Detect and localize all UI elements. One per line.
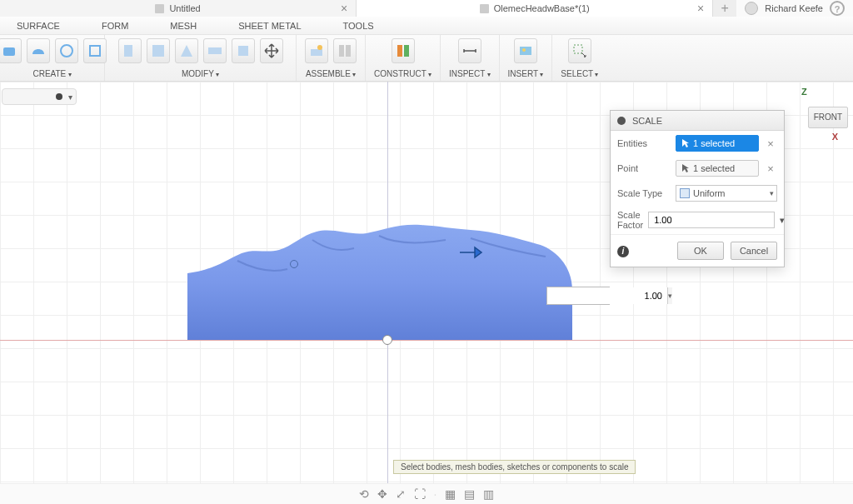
- display-settings-icon[interactable]: ▦: [445, 487, 456, 501]
- center-grip-icon[interactable]: [382, 335, 392, 345]
- user-name: Richard Keefe: [765, 3, 823, 13]
- group-create-label[interactable]: CREATE: [32, 69, 71, 78]
- viewport-scale-field[interactable]: [547, 287, 667, 304]
- svg-rect-16: [574, 45, 582, 53]
- inspect-tool[interactable]: [458, 38, 481, 63]
- viewport-scale-dropdown[interactable]: ▾: [667, 287, 672, 304]
- svg-point-9: [317, 45, 322, 50]
- group-construct-label[interactable]: CONSTRUCT: [374, 69, 431, 78]
- svg-rect-11: [346, 45, 351, 57]
- select-tool[interactable]: [568, 38, 591, 63]
- grid-settings-icon[interactable]: ▤: [464, 487, 475, 501]
- new-tab-button[interactable]: +: [713, 0, 736, 17]
- chevron-down-icon[interactable]: ▾: [780, 215, 785, 226]
- svg-rect-13: [404, 45, 409, 57]
- document-tab-untitled[interactable]: Untitled ×: [0, 0, 357, 17]
- menu-form[interactable]: FORM: [102, 21, 128, 31]
- document-tab-label: Untitled: [169, 3, 200, 13]
- modify-tool-3[interactable]: [175, 38, 198, 63]
- create-tool-1[interactable]: [0, 38, 22, 63]
- orbit-icon[interactable]: ⟲: [359, 487, 369, 501]
- document-cube-icon: [155, 4, 164, 13]
- svg-rect-6: [208, 47, 222, 54]
- browser-toggle[interactable]: ▾: [2, 88, 77, 105]
- menu-sheetmetal[interactable]: SHEET METAL: [238, 21, 301, 31]
- scaletype-value: Uniform: [693, 188, 726, 198]
- info-icon[interactable]: i: [617, 246, 629, 257]
- create-tool-2[interactable]: [27, 38, 50, 63]
- entities-label: Entities: [617, 138, 671, 148]
- group-assemble-label[interactable]: ASSEMBLE: [306, 69, 356, 78]
- svg-marker-5: [181, 45, 192, 57]
- group-insert-label[interactable]: INSERT: [508, 69, 544, 78]
- modify-tool-2[interactable]: [147, 38, 170, 63]
- help-icon[interactable]: ?: [830, 1, 845, 16]
- document-cube-icon: [480, 4, 489, 13]
- toggle-dot-icon: [56, 93, 62, 100]
- cursor-icon: [681, 163, 690, 173]
- group-select-label[interactable]: SELECT: [561, 69, 598, 78]
- document-tab-label: OlemecHeadwBase*(1): [494, 3, 590, 13]
- svg-rect-2: [90, 46, 100, 56]
- create-tool-4[interactable]: [83, 38, 107, 63]
- menu-tools[interactable]: TOOLS: [343, 21, 374, 31]
- entities-clear-icon[interactable]: ×: [764, 137, 777, 150]
- dialog-collapse-icon[interactable]: [617, 117, 626, 125]
- view-cube-front[interactable]: FRONT: [808, 107, 848, 128]
- close-tab-icon[interactable]: ×: [341, 2, 347, 15]
- origin-marker-icon: [290, 260, 298, 268]
- group-inspect-label[interactable]: INSPECT: [449, 69, 491, 78]
- viewport-settings-icon[interactable]: ▥: [483, 487, 494, 501]
- viewport-scale-input[interactable]: ▾: [546, 287, 610, 305]
- modify-tool-4[interactable]: [203, 38, 227, 63]
- user-avatar-icon[interactable]: [745, 2, 758, 15]
- scale-dialog: SCALE Entities 1 selected × Point 1 sele…: [610, 110, 785, 267]
- insert-tool[interactable]: [514, 38, 537, 63]
- zoom-icon[interactable]: ⤢: [396, 487, 406, 501]
- svg-rect-12: [397, 45, 402, 57]
- modify-tool-move[interactable]: [260, 38, 283, 63]
- hint-message: Select bodies, mesh bodies, sketches or …: [393, 460, 636, 474]
- assemble-tool-1[interactable]: [305, 38, 328, 63]
- svg-rect-4: [152, 45, 164, 57]
- menu-surface[interactable]: SURFACE: [17, 21, 60, 31]
- create-tool-3[interactable]: [55, 38, 78, 63]
- point-value: 1 selected: [693, 163, 735, 173]
- scalefactor-input[interactable]: [648, 212, 775, 228]
- dialog-title: SCALE: [632, 116, 662, 126]
- svg-rect-7: [238, 46, 248, 56]
- menu-mesh[interactable]: MESH: [170, 21, 197, 31]
- scaletype-dropdown[interactable]: Uniform ▾: [676, 185, 777, 202]
- document-tab-active[interactable]: OlemecHeadwBase*(1) ×: [357, 0, 713, 17]
- entities-selection[interactable]: 1 selected: [676, 135, 759, 152]
- cursor-icon: [681, 138, 690, 148]
- ok-button[interactable]: OK: [677, 242, 724, 260]
- chevron-down-icon: ▾: [770, 189, 774, 197]
- scale-arrow-icon[interactable]: [458, 244, 483, 261]
- bottom-nav-toolbar: ⟲ ✥ ⤢ ⛶ · ▦ ▤ ▥: [0, 483, 853, 504]
- assemble-tool-2[interactable]: [333, 38, 357, 63]
- close-tab-icon[interactable]: ×: [697, 2, 704, 15]
- fit-icon[interactable]: ⛶: [414, 487, 426, 501]
- modify-tool-5[interactable]: [232, 38, 255, 63]
- chevron-down-icon: ▾: [68, 92, 72, 102]
- svg-rect-14: [520, 47, 531, 55]
- entities-value: 1 selected: [693, 138, 735, 148]
- pan-icon[interactable]: ✥: [377, 487, 387, 501]
- group-modify-label[interactable]: MODIFY: [182, 69, 219, 78]
- uniform-scale-icon: [680, 188, 690, 198]
- axis-line-x: [0, 340, 853, 341]
- axis-x-label: X: [832, 132, 838, 142]
- point-selection[interactable]: 1 selected: [676, 160, 759, 177]
- svg-rect-10: [339, 45, 344, 57]
- scaletype-label: Scale Type: [617, 188, 671, 198]
- svg-point-15: [522, 48, 526, 52]
- point-label: Point: [617, 163, 671, 173]
- cancel-button[interactable]: Cancel: [731, 242, 777, 260]
- point-clear-icon[interactable]: ×: [764, 162, 777, 175]
- modify-tool-1[interactable]: [118, 38, 142, 63]
- model-body[interactable]: [187, 223, 572, 340]
- svg-rect-0: [3, 47, 15, 56]
- axis-z-label: Z: [801, 87, 807, 97]
- construct-tool[interactable]: [392, 38, 415, 63]
